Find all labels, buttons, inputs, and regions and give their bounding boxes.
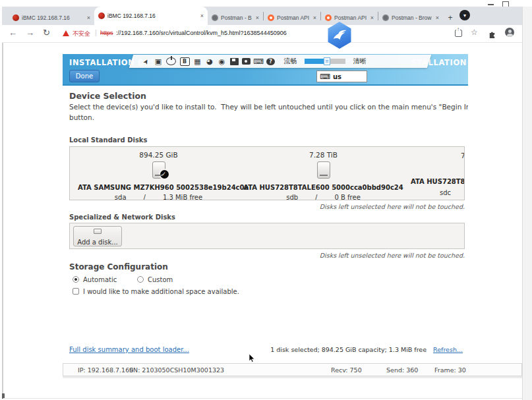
bookmark-star-icon[interactable]: ☆ (471, 28, 478, 37)
fullscreen-icon[interactable]: ▣ (154, 57, 163, 66)
mouse-cursor (249, 353, 256, 366)
tab-overflow-button[interactable]: ▾ (459, 10, 470, 20)
keyboard-layout-label: us (333, 73, 341, 80)
installer-header: INSTALLATION DESTINATION STALLATION Done… (63, 54, 468, 86)
mouse-icon[interactable]: ◕ (206, 57, 214, 66)
kvm-remote-screen[interactable]: INSTALLATION DESTINATION STALLATION Done… (63, 54, 468, 361)
reload-icon[interactable]: ↻ (43, 28, 50, 38)
window-bottom-border (3, 398, 522, 399)
tab-postman-api-1[interactable]: Postman API Platfo × (264, 10, 320, 25)
radio-automatic[interactable] (73, 276, 79, 283)
disk-free: 0 B free (334, 194, 360, 200)
kvm-toolbar: ➤ ▣ ▦ ◕ ◉ ⌨ 流畅 清晰 (129, 55, 431, 68)
refresh-link[interactable]: Refresh... (433, 346, 463, 353)
quality-smooth-label: 流畅 (284, 57, 297, 66)
tab-close-icon[interactable]: × (370, 14, 374, 21)
tab-close-icon[interactable]: × (313, 14, 316, 21)
status-sn: SN: 2103050CSH10M3001323 (129, 366, 224, 374)
selection-summary-row: 1 disk selected; 894.25 GiB capacity; 1.… (270, 346, 463, 353)
keyboard-b-icon[interactable] (180, 57, 190, 66)
keyboard-icon: ⌨ (320, 72, 330, 81)
disk-icon (317, 161, 330, 179)
globe-favicon (212, 14, 218, 21)
disk-free: 1.3 MiB free (163, 194, 202, 200)
disk-sdb[interactable]: 7.28 TiB ATA HUS728T8TALE600 5000cca0bbd… (243, 151, 404, 200)
done-button[interactable]: Done (69, 70, 100, 82)
postman-favicon (325, 14, 332, 21)
power-icon[interactable] (166, 57, 176, 65)
postman-favicon (268, 14, 274, 21)
security-warning-icon[interactable] (63, 30, 69, 36)
disk-size: 7.28 TiB (243, 151, 404, 160)
kvm-status-bar: IP: 192.168.7.160 SN: 2103050CSH10M30013… (63, 363, 522, 376)
unselected-note: Disks left unselected here will not be t… (69, 203, 465, 210)
window-minimize-button[interactable] (488, 4, 494, 5)
window-left-border (2, 7, 3, 395)
description-line1: Select the device(s) you'd like to insta… (69, 103, 468, 111)
record-icon[interactable]: ◉ (218, 57, 226, 66)
tab-ibmc-1[interactable]: iBMC 192.168.7.16 × (9, 10, 94, 25)
local-disks-panel: 894.25 GiB ATA SAMSUNG MZ7KH960 5002538e… (69, 146, 465, 200)
tab-postman-api-2[interactable]: Postman API Platfo × (321, 10, 378, 25)
new-tab-button[interactable]: + (443, 10, 458, 25)
quality-slider-handle[interactable] (324, 57, 330, 65)
unselected-note-2: Disks left unselected here will not be t… (69, 252, 465, 259)
back-icon[interactable]: ← (9, 28, 17, 38)
disk-sdc-model[interactable]: ATA HUS728T8TAL (411, 178, 465, 185)
status-frame: Frame: 30 (434, 366, 466, 374)
share-icon[interactable] (455, 30, 462, 37)
tab-close-icon[interactable]: × (436, 14, 439, 21)
security-warning-label[interactable]: 不安全 (73, 30, 90, 38)
extensions-puzzle-icon[interactable] (488, 29, 496, 41)
status-send: Send: 360 (386, 366, 418, 374)
tab-ibmc-2-active[interactable]: iBMC 192.168.7.16 × (94, 7, 208, 25)
address-bar-url[interactable]: ://192.168.7.160/src/virtualControl/kvm_… (116, 30, 287, 36)
additional-space-label[interactable]: I would like to make additional space av… (83, 288, 239, 295)
disk-selected-check-icon (159, 169, 170, 180)
ibmc-favicon (98, 13, 105, 19)
disk-separator: / (144, 194, 146, 200)
radio-automatic-label[interactable]: Automatic (83, 276, 117, 283)
help-icon[interactable] (266, 58, 275, 65)
radio-custom[interactable] (137, 276, 144, 283)
full-disk-summary-link[interactable]: Full disk summary and boot loader... (69, 346, 189, 353)
storage-configuration-heading: Storage Configuration (69, 262, 168, 271)
forward-icon[interactable]: → (26, 28, 34, 38)
device-selection-heading: Device Selection (69, 91, 146, 101)
quality-slider[interactable] (305, 59, 345, 64)
add-disk-button[interactable]: Add a disk... (73, 226, 122, 246)
window-right-gutter (522, 7, 532, 400)
disk-device: sdb (286, 194, 298, 200)
description-line2: button. (69, 113, 94, 121)
disk-model: ATA HUS728T8TALE600 5000cca0bbd90c24 (243, 184, 404, 191)
ibmc-favicon (13, 14, 19, 21)
additional-space-checkbox[interactable] (73, 288, 79, 295)
tab-close-icon[interactable]: × (256, 14, 259, 21)
radio-custom-label[interactable]: Custom (148, 276, 173, 283)
tab-close-icon[interactable]: × (200, 13, 204, 19)
disk-model: ATA SAMSUNG MZ7KH960 5002538e19b24c0a (78, 184, 239, 191)
disk-size: 894.25 GiB (78, 151, 239, 160)
globe-favicon (382, 14, 389, 21)
pin-icon[interactable]: ➤ (142, 57, 150, 66)
disk-sda[interactable]: 894.25 GiB ATA SAMSUNG MZ7KH960 5002538e… (78, 151, 239, 200)
tab-close-icon[interactable]: × (87, 14, 90, 21)
status-ip: IP: 192.168.7.160 (78, 366, 133, 374)
floppy-icon[interactable] (230, 58, 239, 65)
profile-avatar[interactable] (505, 28, 514, 37)
specialized-disks-label: Specialized & Network Disks (69, 214, 175, 221)
disk-separator: / (315, 194, 317, 200)
browser-tab-bar: iBMC 192.168.7.16 × iBMC 192.168.7.16 × … (2, 7, 522, 25)
local-disks-label: Local Standard Disks (69, 136, 147, 144)
specialized-disks-panel: Add a disk... (69, 223, 465, 249)
tab-postman-browse-2[interactable]: Postman - Browse × (378, 10, 443, 25)
keyboard-icon[interactable]: ⌨ (254, 57, 263, 66)
keyboard-layout-indicator[interactable]: ⌨ us (316, 71, 367, 82)
tab-postman-browse-1[interactable]: Postman - Browse × (208, 10, 263, 25)
url-separator: | (95, 28, 97, 36)
disk-detail-row: sda / 1.3 MiB free (78, 194, 239, 200)
screen-capture-icon[interactable] (242, 58, 251, 65)
resolution-grid-icon[interactable]: ▦ (193, 57, 202, 66)
browser-toolbar: ← → ↻ 不安全 | https ://192.168.7.160/src/v… (2, 25, 522, 43)
desktop: iBMC 192.168.7.16 × iBMC 192.168.7.16 × … (0, 0, 532, 400)
